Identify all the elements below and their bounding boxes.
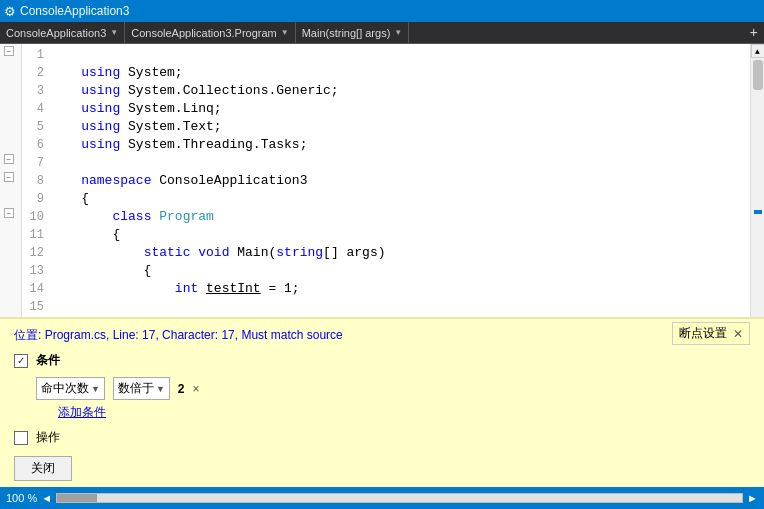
ln-3: 3 xyxy=(26,82,44,100)
location-text: 位置: Program.cs, Line: 17, Character: 17,… xyxy=(14,328,343,342)
ln-13: 13 xyxy=(26,262,44,280)
condition-label: 条件 xyxy=(36,352,60,369)
collapse-main[interactable]: − xyxy=(4,208,14,218)
bottom-panel: 位置: Program.cs, Line: 17, Character: 17,… xyxy=(0,317,764,487)
editor-wrapper: ConsoleApplication3 ▼ ConsoleApplication… xyxy=(0,22,764,509)
breakpoint-settings-label: 断点设置 xyxy=(679,325,727,342)
scroll-up-btn[interactable]: ▲ xyxy=(751,44,765,58)
add-button[interactable]: + xyxy=(744,22,764,43)
gutter: − − − − xyxy=(0,44,22,317)
ln-8: 8 xyxy=(26,172,44,190)
breakpoint-settings-close[interactable]: ✕ xyxy=(733,327,743,341)
location-line: 位置: Program.cs, Line: 17, Character: 17,… xyxy=(14,327,750,344)
code-editor: − − − − 1 2 3 4 5 6 7 8 9 10 xyxy=(0,44,764,317)
project-dropdown[interactable]: ConsoleApplication3 ▼ xyxy=(0,22,125,43)
dropdown2-arrow: ▼ xyxy=(281,28,289,37)
title-text: ConsoleApplication3 xyxy=(20,4,129,18)
multiplier-close[interactable]: × xyxy=(193,382,200,396)
action-checkbox[interactable] xyxy=(14,431,28,445)
app-icon: ⚙ xyxy=(4,4,16,19)
condition-checkbox[interactable] xyxy=(14,354,28,368)
horizontal-scrollbar-track[interactable] xyxy=(56,493,743,503)
collapse-class[interactable]: − xyxy=(4,172,14,182)
ln-7: 7 xyxy=(26,154,44,172)
action-label: 操作 xyxy=(36,429,60,446)
multiplier-dropdown[interactable]: 数倍于 ▼ xyxy=(113,377,170,400)
scroll-left-btn[interactable]: ◄ xyxy=(41,492,52,504)
class-dropdown[interactable]: ConsoleApplication3.Program ▼ xyxy=(125,22,295,43)
horizontal-scrollbar-thumb[interactable] xyxy=(57,494,97,502)
add-condition-row: 添加条件 xyxy=(36,404,750,421)
scroll-right-btn[interactable]: ► xyxy=(747,492,758,504)
multiplier-value: 2 xyxy=(178,382,185,396)
vertical-scrollbar[interactable]: ▲ xyxy=(750,44,764,317)
condition-row: 条件 xyxy=(14,352,750,369)
code-content[interactable]: using System; using System.Collections.G… xyxy=(50,44,750,317)
collapse-using[interactable]: − xyxy=(4,46,14,56)
close-button[interactable]: 关闭 xyxy=(14,456,72,481)
action-row: 操作 xyxy=(14,429,750,446)
hitcount-row: 命中次数 ▼ 数倍于 ▼ 2 × xyxy=(36,377,750,400)
ln-11: 11 xyxy=(26,226,44,244)
ln-12: 12 xyxy=(26,244,44,262)
ln-15: 15 xyxy=(26,298,44,316)
breakpoint-settings-panel: 断点设置 ✕ xyxy=(672,322,750,345)
status-bar: 100 % ◄ ► xyxy=(0,487,764,509)
dropdown1-arrow: ▼ xyxy=(110,28,118,37)
add-condition-link[interactable]: 添加条件 xyxy=(58,405,106,419)
title-bar: ⚙ ConsoleApplication3 xyxy=(0,0,764,22)
collapse-namespace[interactable]: − xyxy=(4,154,14,164)
line-numbers: 1 2 3 4 5 6 7 8 9 10 11 12 13 14 15 16 1… xyxy=(22,44,50,317)
ln-1: 1 xyxy=(26,46,44,64)
scroll-marker xyxy=(754,210,762,214)
ln-4: 4 xyxy=(26,100,44,118)
ln-9: 9 xyxy=(26,190,44,208)
ln-2: 2 xyxy=(26,64,44,82)
ln-10: 10 xyxy=(26,208,44,226)
toolbar: ConsoleApplication3 ▼ ConsoleApplication… xyxy=(0,22,764,44)
dropdown3-arrow: ▼ xyxy=(394,28,402,37)
zoom-level: 100 % xyxy=(6,492,37,504)
scroll-thumb[interactable] xyxy=(753,60,763,90)
ln-5: 5 xyxy=(26,118,44,136)
ln-14: 14 xyxy=(26,280,44,298)
method-dropdown[interactable]: Main(string[] args) ▼ xyxy=(296,22,410,43)
hitcount-dropdown[interactable]: 命中次数 ▼ xyxy=(36,377,105,400)
ln-6: 6 xyxy=(26,136,44,154)
